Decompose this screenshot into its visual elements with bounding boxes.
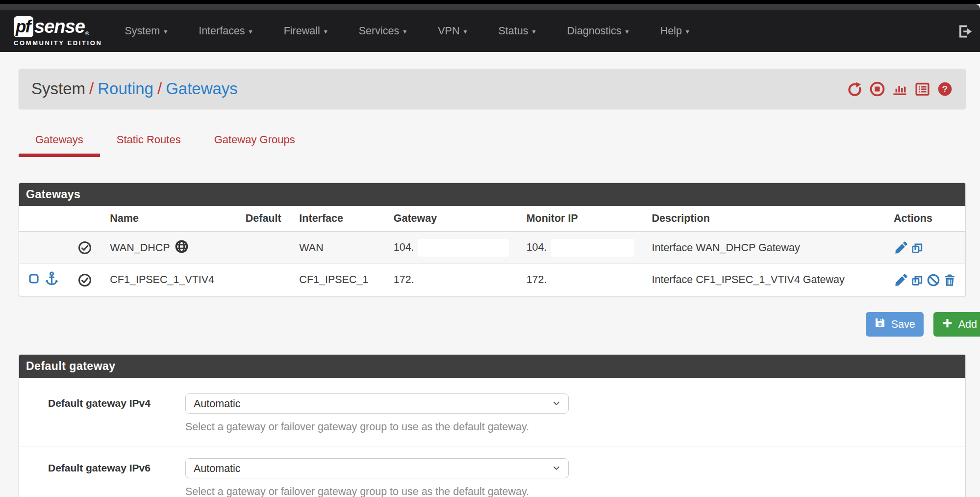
add-button-label: Add	[958, 318, 977, 331]
form-row-ipv4: Default gateway IPv4 Automatic Select a …	[19, 378, 965, 446]
copy-icon[interactable]	[910, 241, 924, 255]
stop-icon[interactable]	[869, 81, 885, 97]
name-cell: CF1_IPSEC_1_VTIV4	[101, 264, 236, 296]
nav-item-label: Interfaces	[199, 25, 245, 37]
navbar-menu: System▾ Interfaces▾ Firewall▾ Services▾ …	[125, 25, 689, 37]
description-cell: Interface CF1_IPSEC_1_VTIV4 Gateway	[643, 264, 885, 296]
caret-down-icon: ▾	[324, 27, 327, 35]
gateways-actions-bar: Save Add	[19, 312, 980, 337]
name-cell: WAN_DHCP	[101, 232, 236, 264]
disable-icon[interactable]	[926, 273, 940, 287]
monitor-ip-cell: 104.	[518, 232, 643, 264]
tab-gateways[interactable]: Gateways	[19, 125, 100, 157]
table-header-row: Name Default Interface Gateway Monitor I…	[19, 206, 965, 232]
nav-item-help[interactable]: Help▾	[660, 25, 689, 37]
gateway-cell: 104.	[385, 232, 518, 264]
default-gateway-ipv4-help: Select a gateway or failover gateway gro…	[185, 421, 569, 433]
nav-item-label: Services	[359, 25, 399, 37]
save-button-label: Save	[891, 318, 915, 331]
logo-trademark: ®	[85, 31, 89, 36]
help-icon[interactable]: ?	[937, 81, 953, 97]
routing-tabs: Gateways Static Routes Gateway Groups	[19, 125, 980, 157]
anchor-icon	[44, 271, 59, 289]
caret-down-icon: ▾	[686, 27, 689, 35]
form-row-ipv6: Default gateway IPv6 Automatic Select a …	[19, 446, 965, 497]
top-navbar: pf sense ® COMMUNITY EDITION System▾ Int…	[0, 10, 980, 52]
caret-down-icon: ▾	[626, 27, 629, 35]
square-icon	[28, 273, 40, 288]
delete-icon[interactable]	[942, 273, 956, 287]
row-icons-cell	[19, 232, 69, 264]
col-name: Name	[101, 206, 236, 232]
breadcrumb-bar: System/Routing/Gateways ?	[19, 69, 966, 109]
status-cell	[69, 232, 101, 264]
gateways-table: Name Default Interface Gateway Monitor I…	[19, 206, 965, 296]
breadcrumb-separator: /	[85, 79, 98, 98]
breadcrumb-link-gateways[interactable]: Gateways	[166, 79, 238, 98]
interface-cell: WAN	[290, 232, 384, 264]
breadcrumb-separator: /	[153, 79, 166, 98]
table-row: CF1_IPSEC_1_VTIV4 CF1_IPSEC_1 172. 172. …	[19, 264, 965, 296]
nav-item-diagnostics[interactable]: Diagnostics▾	[567, 25, 628, 37]
window-chrome-strip	[0, 0, 980, 4]
description-cell: Interface WAN_DHCP Gateway	[643, 232, 885, 264]
default-cell	[237, 264, 291, 296]
col-actions: Actions	[885, 206, 965, 232]
logo-pf-badge: pf	[14, 16, 33, 37]
add-button[interactable]: Add	[933, 312, 980, 337]
tab-gateway-groups[interactable]: Gateway Groups	[198, 125, 312, 157]
nav-item-label: VPN	[438, 25, 459, 37]
caret-down-icon: ▾	[164, 27, 167, 35]
check-circle-icon	[77, 240, 92, 255]
save-icon	[874, 317, 886, 332]
gateways-panel-title: Gateways	[19, 183, 965, 206]
status-cell	[69, 264, 101, 296]
copy-icon[interactable]	[910, 273, 924, 287]
refresh-icon[interactable]	[847, 81, 863, 97]
nav-item-label: System	[125, 25, 160, 37]
monitor-ip: 104.	[527, 241, 547, 253]
gateway-cell: 172.	[385, 264, 518, 296]
nav-item-status[interactable]: Status▾	[498, 25, 535, 37]
nav-item-system[interactable]: System▾	[125, 25, 167, 37]
save-button[interactable]: Save	[866, 312, 924, 337]
col-status	[69, 206, 101, 232]
default-gateway-ipv6-select[interactable]: Automatic	[185, 458, 569, 478]
globe-icon	[175, 239, 189, 257]
monitor-ip-cell: 172.	[518, 264, 643, 296]
edit-icon[interactable]	[894, 273, 908, 287]
nav-item-label: Help	[660, 25, 682, 37]
col-monitor-ip: Monitor IP	[518, 206, 643, 232]
pfsense-logo[interactable]: pf sense ® COMMUNITY EDITION	[14, 16, 102, 47]
redaction-box	[418, 239, 509, 257]
default-gateway-ipv6-label: Default gateway IPv6	[48, 458, 185, 497]
breadcrumb-link-routing[interactable]: Routing	[98, 79, 153, 98]
nav-item-firewall[interactable]: Firewall▾	[284, 25, 327, 37]
nav-item-services[interactable]: Services▾	[359, 25, 406, 37]
col-description: Description	[643, 206, 885, 232]
chart-icon[interactable]	[892, 81, 908, 97]
breadcrumb-section: System	[31, 79, 85, 98]
nav-item-label: Status	[498, 25, 528, 37]
col-interface: Interface	[290, 206, 384, 232]
plus-icon	[942, 317, 953, 332]
gateway-name: WAN_DHCP	[110, 242, 170, 254]
breadcrumb-actions: ?	[847, 81, 953, 97]
col-gateway: Gateway	[385, 206, 518, 232]
col-default: Default	[237, 206, 291, 232]
tab-static-routes[interactable]: Static Routes	[100, 125, 198, 157]
nav-item-label: Diagnostics	[567, 25, 621, 37]
window-chrome-strip	[0, 4, 980, 10]
edit-icon[interactable]	[894, 241, 908, 255]
sign-out-icon[interactable]	[956, 23, 973, 40]
nav-item-vpn[interactable]: VPN▾	[438, 25, 467, 37]
default-gateway-ipv4-select[interactable]: Automatic	[185, 393, 569, 414]
nav-item-interfaces[interactable]: Interfaces▾	[199, 25, 252, 37]
gateways-panel: Gateways Name Default Interface Gateway …	[19, 183, 966, 296]
default-gateway-ipv4-label: Default gateway IPv4	[48, 393, 185, 433]
log-icon[interactable]	[914, 81, 930, 97]
actions-cell	[885, 264, 965, 296]
svg-text:?: ?	[942, 84, 948, 94]
redaction-box	[551, 239, 634, 257]
actions-cell	[885, 232, 965, 264]
